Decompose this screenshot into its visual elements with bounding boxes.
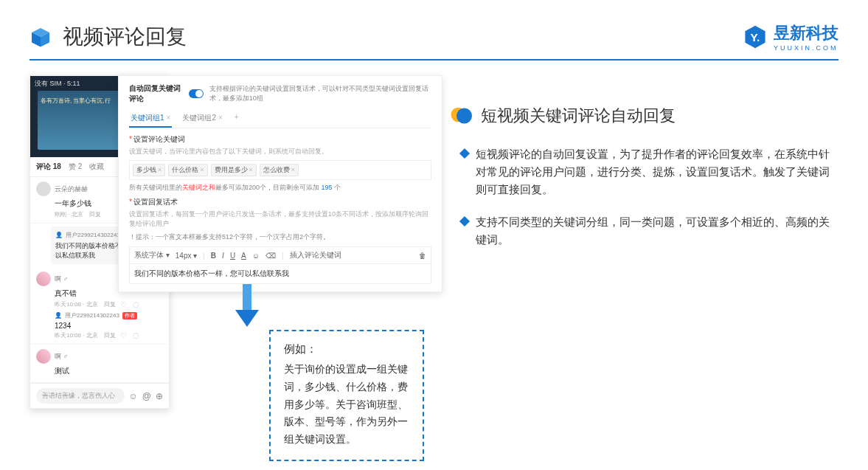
clear-icon[interactable]: ⌫ bbox=[265, 252, 276, 260]
send-icon[interactable]: ⊕ bbox=[156, 391, 163, 401]
divider bbox=[29, 59, 839, 61]
field-label: 设置评论关键词 bbox=[129, 134, 431, 145]
tab-comments[interactable]: 评论 18 bbox=[36, 162, 61, 172]
svg-text:Y.: Y. bbox=[751, 31, 760, 44]
keyword-group-tab[interactable]: 关键词组1× bbox=[129, 110, 172, 128]
bold-icon[interactable]: B bbox=[211, 252, 216, 260]
heart-icon[interactable]: ♡ bbox=[120, 331, 127, 339]
keyword-tag[interactable]: 多少钱× bbox=[133, 164, 165, 176]
svg-rect-5 bbox=[243, 284, 251, 310]
keyword-tag[interactable]: 什么价格× bbox=[168, 164, 207, 176]
close-icon[interactable]: × bbox=[167, 114, 171, 122]
diamond-icon bbox=[459, 148, 470, 159]
bullet-item: 短视频评论的自动回复设置，为了提升作者的评论回复效率，在系统中针对常见的评论用户… bbox=[450, 145, 839, 198]
user-icon: 👤 bbox=[55, 312, 62, 319]
italic-icon[interactable]: I bbox=[222, 252, 224, 260]
bullet-item: 支持不同类型的关键词分组，同一类问题，可设置多个相近的、高频的关键词。 bbox=[450, 213, 839, 249]
comment-icon[interactable]: ◌ bbox=[133, 300, 139, 308]
comment-item: 啊 ♂ 测试 bbox=[30, 345, 169, 383]
brand-logo: Y. 昱新科技 YUUXIN.COM bbox=[743, 22, 839, 52]
section-title: 短视频关键词评论自动回复 bbox=[481, 105, 676, 127]
user-icon: 👤 bbox=[55, 232, 63, 238]
font-select[interactable]: 系统字体 ▾ bbox=[134, 250, 170, 260]
cube-icon bbox=[29, 26, 52, 48]
emoji-icon[interactable]: ☺ bbox=[129, 391, 138, 401]
tab-favs[interactable]: 收藏 bbox=[89, 162, 104, 172]
example-title: 例如： bbox=[284, 342, 409, 356]
keyword-group-tab[interactable]: 关键词组2× bbox=[181, 110, 223, 128]
settings-panel: 自动回复关键词评论 支持根据评论的关键词设置回复话术，可以针对不同类型关键词设置… bbox=[118, 75, 442, 292]
toggle-switch[interactable] bbox=[189, 89, 204, 98]
at-icon[interactable]: @ bbox=[142, 391, 151, 401]
emoji-icon[interactable]: ☺ bbox=[252, 252, 260, 260]
close-icon[interactable]: × bbox=[218, 114, 223, 122]
color-icon[interactable]: A bbox=[241, 252, 246, 260]
keyword-tag[interactable]: 费用是多少× bbox=[211, 164, 257, 176]
avatar bbox=[36, 349, 51, 364]
field-label: 设置回复话术 bbox=[129, 197, 431, 207]
comment-input[interactable]: 善语结善缘，恶言伤人心 bbox=[36, 388, 125, 404]
comment-icon[interactable]: ◌ bbox=[133, 331, 139, 339]
keyword-tag[interactable]: 怎么收费× bbox=[260, 164, 299, 176]
example-text: 关于询价的设置成一组关键词，多少钱、什么价格，费用多少等。关于咨询班型、版本、型… bbox=[284, 361, 409, 449]
heart-icon[interactable]: ♡ bbox=[120, 300, 127, 308]
reply-editor[interactable]: 我们不同的版本价格不一样，您可以私信联系我 bbox=[129, 264, 431, 284]
keyword-input[interactable]: 多少钱× 什么价格× 费用是多少× 怎么收费× bbox=[129, 160, 431, 180]
editor-toolbar: 系统字体 ▾ 14px ▾ | B I U A ☺ ⌫ | 插入评论关键词 🗑 bbox=[129, 246, 431, 264]
panel-title: 自动回复关键词评论 bbox=[129, 83, 183, 104]
page-title: 视频评论回复 bbox=[63, 23, 187, 51]
add-tab-button[interactable]: + bbox=[233, 110, 240, 128]
underline-icon[interactable]: U bbox=[230, 252, 235, 260]
insert-keyword-button[interactable]: 插入评论关键词 bbox=[290, 250, 341, 260]
delete-icon[interactable]: 🗑 bbox=[419, 252, 426, 260]
avatar bbox=[36, 182, 51, 196]
arrow-icon bbox=[232, 284, 262, 328]
svg-marker-6 bbox=[235, 310, 259, 327]
size-select[interactable]: 14px ▾ bbox=[176, 252, 197, 260]
avatar bbox=[36, 272, 51, 286]
diamond-icon bbox=[459, 216, 470, 227]
example-box: 例如： 关于询价的设置成一组关键词，多少钱、什么价格，费用多少等。关于咨询班型、… bbox=[269, 330, 424, 461]
svg-point-8 bbox=[456, 108, 472, 124]
tab-likes[interactable]: 赞 2 bbox=[69, 162, 82, 172]
chat-bubble-icon bbox=[450, 105, 472, 127]
